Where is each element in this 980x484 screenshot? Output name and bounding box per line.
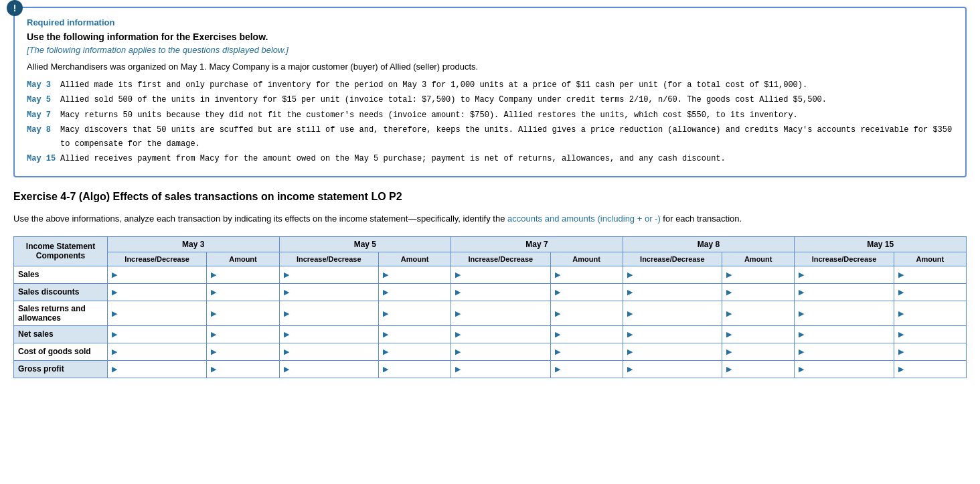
increase-decrease-cell-4[interactable]: ▶ [795,360,894,378]
increase-decrease-cell-3[interactable]: ▶ [623,301,722,325]
sub-header-increase-decrease-5: Increase/Decrease [795,252,894,266]
amount-cell-4[interactable]: ▶ [894,266,966,283]
increase-decrease-cell-3[interactable]: ▶ [623,343,722,360]
amount-cell-0[interactable]: ▶ [207,301,279,325]
increase-decrease-cell-0[interactable]: ▶ [108,343,207,360]
increase-decrease-cell-1[interactable]: ▶ [279,343,378,360]
amount-cell-1[interactable]: ▶ [378,360,451,378]
dropdown-arrow: ▶ [211,365,216,373]
dropdown-arrow: ▶ [383,309,388,317]
increase-decrease-cell-4[interactable]: ▶ [795,283,894,301]
events-list: May 3Allied made its first and only purc… [27,78,953,165]
amount-cell-3[interactable]: ▶ [722,266,795,283]
amount-cell-1[interactable]: ▶ [378,283,451,301]
dropdown-arrow: ▶ [627,309,633,317]
increase-decrease-cell-1[interactable]: ▶ [279,301,378,325]
increase-decrease-cell-4[interactable]: ▶ [795,343,894,360]
sub-header-amount-5: Amount [894,252,966,266]
amount-cell-0[interactable]: ▶ [207,343,279,360]
amount-cell-3[interactable]: ▶ [722,360,795,378]
amount-cell-2[interactable]: ▶ [550,360,623,378]
amount-cell-2[interactable]: ▶ [550,301,623,325]
increase-decrease-cell-0[interactable]: ▶ [108,301,207,325]
increase-decrease-cell-1[interactable]: ▶ [279,325,378,343]
dropdown-arrow: ▶ [112,270,117,278]
increase-decrease-cell-2[interactable]: ▶ [451,360,550,378]
dropdown-arrow: ▶ [284,330,289,338]
amount-cell-4[interactable]: ▶ [894,360,966,378]
table-row: Cost of goods sold▶▶▶▶▶▶▶▶▶▶ [14,343,967,360]
amount-cell-4[interactable]: ▶ [894,301,966,325]
row-label-sales-returns-and-allowances: Sales returns and allowances [14,301,108,325]
dropdown-arrow: ▶ [112,309,117,317]
dropdown-arrow: ▶ [726,330,732,338]
increase-decrease-cell-0[interactable]: ▶ [108,360,207,378]
amount-cell-3[interactable]: ▶ [722,283,795,301]
amount-cell-0[interactable]: ▶ [207,266,279,283]
increase-decrease-cell-2[interactable]: ▶ [451,301,550,325]
amount-cell-0[interactable]: ▶ [207,325,279,343]
increase-decrease-cell-4[interactable]: ▶ [795,266,894,283]
amount-cell-3[interactable]: ▶ [722,343,795,360]
increase-decrease-cell-2[interactable]: ▶ [451,325,550,343]
dropdown-arrow: ▶ [555,270,560,278]
increase-decrease-cell-4[interactable]: ▶ [795,301,894,325]
increase-decrease-cell-1[interactable]: ▶ [279,283,378,301]
increase-decrease-cell-3[interactable]: ▶ [623,325,722,343]
sub-header-amount-4: Amount [722,252,795,266]
amount-cell-2[interactable]: ▶ [550,283,623,301]
increase-decrease-cell-1[interactable]: ▶ [279,266,378,283]
increase-decrease-cell-0[interactable]: ▶ [108,283,207,301]
dropdown-arrow: ▶ [799,365,804,373]
event-row: May 7Macy returns 50 units because they … [27,108,953,122]
dropdown-arrow: ▶ [555,330,560,338]
amount-cell-1[interactable]: ▶ [378,325,451,343]
amount-cell-4[interactable]: ▶ [894,283,966,301]
dropdown-arrow: ▶ [211,288,216,296]
amount-cell-3[interactable]: ▶ [722,325,795,343]
amount-cell-1[interactable]: ▶ [378,301,451,325]
increase-decrease-cell-1[interactable]: ▶ [279,360,378,378]
amount-cell-0[interactable]: ▶ [207,360,279,378]
dropdown-arrow: ▶ [898,270,904,278]
dropdown-arrow: ▶ [898,347,904,355]
dropdown-arrow: ▶ [555,309,560,317]
amount-cell-2[interactable]: ▶ [550,266,623,283]
row-label-gross-profit: Gross profit [14,360,108,378]
increase-decrease-cell-2[interactable]: ▶ [451,266,550,283]
dropdown-arrow: ▶ [726,288,732,296]
required-info-label: Required information [27,17,953,27]
dropdown-arrow: ▶ [726,309,732,317]
increase-decrease-cell-0[interactable]: ▶ [108,325,207,343]
dropdown-arrow: ▶ [455,288,461,296]
increase-decrease-cell-2[interactable]: ▶ [451,283,550,301]
amount-cell-1[interactable]: ▶ [378,343,451,360]
dropdown-arrow: ▶ [284,309,289,317]
dropdown-arrow: ▶ [383,365,388,373]
row-label-cost-of-goods-sold: Cost of goods sold [14,343,108,360]
dropdown-arrow: ▶ [898,309,904,317]
dropdown-arrow: ▶ [627,330,633,338]
amount-cell-2[interactable]: ▶ [550,343,623,360]
amount-cell-4[interactable]: ▶ [894,343,966,360]
increase-decrease-cell-2[interactable]: ▶ [451,343,550,360]
increase-decrease-cell-0[interactable]: ▶ [108,266,207,283]
increase-decrease-cell-3[interactable]: ▶ [623,283,722,301]
dropdown-arrow: ▶ [211,347,216,355]
amount-cell-2[interactable]: ▶ [550,325,623,343]
info-main-heading: Use the following information for the Ex… [27,31,953,42]
table-header-component: Income Statement Components [14,236,108,266]
increase-decrease-cell-4[interactable]: ▶ [795,325,894,343]
event-row: May 3Allied made its first and only purc… [27,78,953,92]
increase-decrease-cell-3[interactable]: ▶ [623,360,722,378]
dropdown-arrow: ▶ [112,347,117,355]
amount-cell-1[interactable]: ▶ [378,266,451,283]
table-row: Sales discounts▶▶▶▶▶▶▶▶▶▶ [14,283,967,301]
dropdown-arrow: ▶ [383,330,388,338]
table-header-may5: May 5 [279,236,451,252]
amount-cell-0[interactable]: ▶ [207,283,279,301]
event-text: Allied receives payment from Macy for th… [60,152,953,165]
amount-cell-4[interactable]: ▶ [894,325,966,343]
amount-cell-3[interactable]: ▶ [722,301,795,325]
increase-decrease-cell-3[interactable]: ▶ [623,266,722,283]
